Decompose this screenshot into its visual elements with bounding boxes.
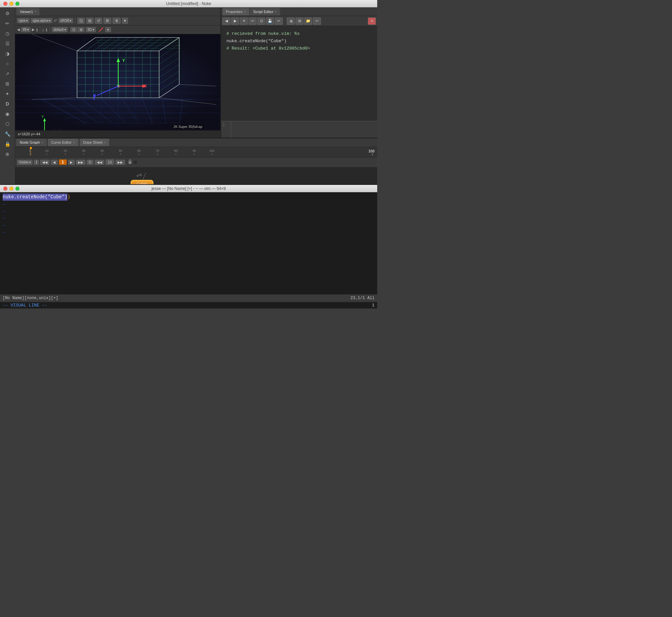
toolbar-layers-icon[interactable]: ⊞ [2,79,13,88]
app-container: ⚙ ✏ ◷ ☰ ◑ ○ ↗ ⊞ ✦ D ◉ ⬡ 🔧 🔒 ⊕ [0,7,377,308]
svg-rect-123 [129,161,131,164]
viewer-name-dropdown[interactable]: default ▾ [52,27,68,32]
colorspace-dropdown[interactable]: sRGB ▾ [59,18,73,23]
visible-dropdown[interactable]: Visible ▾ [17,160,32,165]
node-graph-tab[interactable]: Node Graph × [16,139,47,146]
cube1-node[interactable]: Cube1 [131,180,153,184]
ip-label: IP [54,19,57,23]
minimize-button[interactable] [9,2,13,6]
prev-frame-btn[interactable]: ◀ [51,160,58,165]
expand-icon[interactable]: ▾ [122,18,128,24]
play-icon[interactable]: ▶ [32,27,35,32]
loop-btn[interactable]: O [87,160,93,165]
toolbar-clock-icon[interactable]: ◷ [2,29,13,38]
toolbar-circle-icon[interactable]: ○ [2,59,13,68]
back-btn[interactable]: ◀ [222,17,230,25]
svg-text:50: 50 [119,149,122,152]
forward-btn[interactable]: ▶ [231,17,239,25]
toolbar-paint-icon[interactable]: ⬡ [2,119,13,129]
run-btn[interactable]: ↩ [249,17,257,25]
vim-content-area[interactable]: nuke.createNode("Cube") ) ~ ~ ~ ~ ~ [0,192,377,294]
gear-icon[interactable]: ⚙ [104,18,111,24]
vim-line-number: 1 [372,303,375,308]
svg-text:70: 70 [156,149,159,152]
svg-text:40: 40 [100,149,104,152]
monitor-btn[interactable]: 🖥 [287,17,295,25]
enter-btn[interactable]: ↵ [275,17,283,25]
terminal-btn[interactable]: ⊞ [295,17,304,25]
toolbar-wrench-icon[interactable]: 🔧 [2,129,13,139]
vim-visual-line-indicator: -- VISUAL LINE -- 1 [0,302,377,308]
curve-editor-tab[interactable]: Curve Editor × [48,139,78,146]
toolbar-chart-icon[interactable]: ◑ [2,49,13,58]
svg-text:80: 80 [174,149,178,152]
title-bar: Untitled [modified] - Nuke [0,0,377,7]
grid-icon[interactable]: ⊞ [86,18,93,24]
svg-text:Y: Y [42,115,44,119]
paint-icon-btn[interactable] [98,27,104,33]
prev-keyframe-btn[interactable]: ◀◀ [40,160,50,165]
stop-btn[interactable]: ✕ [240,17,248,25]
toolbar-transform-icon[interactable]: ↗ [2,69,13,78]
script-editor-tab[interactable]: Script Editor × [250,8,280,15]
script-toolbar: ◀ ▶ ✕ ↩ ⊡ 💾 ↵ 🖥 ⊞ 📁 ↩ ✕ [221,16,377,26]
vim-highlighted-text: nuke.createNode("Cube") [3,194,67,201]
script-editor-tab-close[interactable]: × [275,10,277,13]
close-editor-btn[interactable]: ✕ [368,17,376,25]
toolbar-settings-icon[interactable]: ⚙ [2,9,13,18]
viewport-3d[interactable]: Y X Z Y X 2K Super 35(full-ap [15,34,220,130]
viewer-tab-close[interactable]: × [35,10,37,13]
timeline-ruler[interactable]: 1 10 20 30 40 50 60 70 [15,147,377,157]
expand2-icon[interactable]: ▾ [105,27,111,32]
toolbar-brush-icon[interactable]: ✏ [2,19,13,28]
curve-editor-tab-close[interactable]: × [73,141,75,144]
vim-minimize-button[interactable] [9,187,13,191]
lock-icon[interactable] [128,159,132,165]
channel-dropdown[interactable]: rgba ▾ [17,18,29,23]
play-fwd-btn[interactable]: ▶▶ [76,160,85,165]
fwd-btn2[interactable]: ▶▶ [116,160,125,165]
timeline-expand-icon[interactable]: ⊡ [134,160,137,164]
current-frame: 1 [59,159,67,165]
back-btn2[interactable]: ◀◀ [95,160,104,165]
exposure-dropdown[interactable]: f/8 ▾ [21,27,30,32]
properties-tab[interactable]: Properties × [222,8,249,15]
toolbar-menu-icon[interactable]: ☰ [2,39,13,48]
vim-close-button[interactable] [3,187,7,191]
save-btn[interactable]: 💾 [266,17,274,25]
pause-icon[interactable]: ⏸ [113,18,121,24]
dope-sheet-tab[interactable]: Dope Sheet × [80,139,109,146]
vim-cursor: ) [67,194,70,201]
expand-timeline-icon[interactable]: ⬇ [370,151,375,157]
script-input-field[interactable] [231,121,377,138]
vim-visual-text: -- VISUAL LINE -- [3,303,47,308]
dope-sheet-tab-close[interactable]: × [104,141,106,144]
dope-sheet-tab-label: Dope Sheet [83,140,103,144]
toolbar-globe-icon[interactable]: ⊕ [2,149,13,159]
toolbar-lock-icon[interactable]: 🔒 [2,139,13,149]
italic-btn[interactable]: I [34,160,39,165]
node-graph-area[interactable]: 1 img Cube1 Viewer1 [15,167,377,184]
fit-icon[interactable]: ⊡ [77,18,85,24]
viewer-icon1[interactable]: ⊡ [70,27,77,32]
maximize-button[interactable] [15,2,19,6]
alpha-dropdown[interactable]: rgba.alpha ▾ [31,18,52,23]
separator1 [75,18,75,23]
run2-btn[interactable]: ↩ [313,17,321,25]
properties-tab-close[interactable]: × [244,10,246,13]
load-btn[interactable]: 📁 [304,17,312,25]
toolbar-eye-icon[interactable]: ◉ [2,109,13,119]
arrow-left-icon[interactable]: ◀ [17,27,20,32]
play-btn[interactable]: ▶ [68,160,75,165]
close-button[interactable] [3,2,7,6]
refresh-icon[interactable]: ↺ [95,18,102,24]
viewer-tab[interactable]: Viewer1 × [16,8,40,15]
separator3 [50,27,50,32]
viewer-icon2[interactable]: ⊞ [78,27,84,32]
clear-btn[interactable]: ⊡ [257,17,265,25]
node-graph-tab-close[interactable]: × [41,141,43,144]
vim-maximize-button[interactable] [15,187,19,191]
toolbar-sparkle-icon[interactable]: ✦ [2,89,13,98]
view-3d-dropdown[interactable]: 3D ▾ [86,27,96,32]
toolbar-d-icon[interactable]: D [2,99,13,109]
